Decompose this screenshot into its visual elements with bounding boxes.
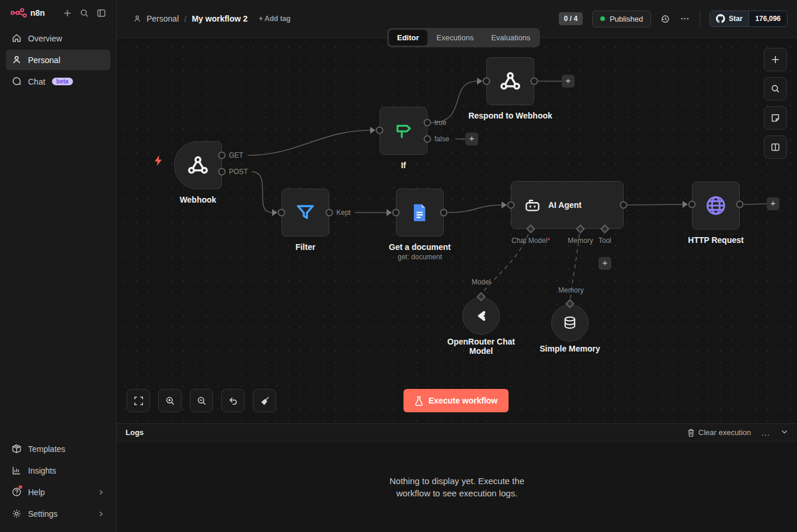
if-output-false-port[interactable] xyxy=(424,135,431,143)
webhook-output-get-label: GET xyxy=(229,151,243,159)
flask-icon xyxy=(415,396,423,406)
webhook-icon xyxy=(499,69,522,93)
node-openrouter-chat-model[interactable] xyxy=(462,297,500,335)
n8n-logo-icon[interactable]: n8n xyxy=(11,8,45,18)
getdoc-output-port[interactable] xyxy=(440,209,448,217)
if-output-true-label: true xyxy=(434,119,447,127)
add-tool-button[interactable]: + xyxy=(598,257,611,270)
http-output-port[interactable] xyxy=(736,201,744,208)
tidy-up-button[interactable] xyxy=(253,389,276,412)
model-link-label: Model xyxy=(472,278,491,286)
connection-webhook-post-filter xyxy=(252,172,272,213)
github-star-widget[interactable]: Star 176,096 xyxy=(709,11,788,27)
execute-workflow-button[interactable]: Execute workflow xyxy=(403,389,509,412)
zoom-to-fit-icon xyxy=(134,396,144,406)
aiagent-output-port[interactable] xyxy=(620,201,628,209)
node-ai-agent[interactable]: AI Agent xyxy=(511,181,624,229)
aiagent-chat-model-label: Chat Model* xyxy=(511,237,550,245)
help-notification-dot xyxy=(19,485,22,489)
add-node-after-respond-button[interactable]: + xyxy=(562,75,575,88)
ai-agent-title: AI Agent xyxy=(548,200,582,210)
if-output-false-label: false xyxy=(434,135,449,143)
workflow-canvas[interactable]: Webhook GET POST If true false + xyxy=(117,38,797,423)
node-label: Filter xyxy=(295,242,315,252)
node-label: Get a document xyxy=(389,242,451,252)
workflow-title[interactable]: My workflow 2 xyxy=(192,14,248,23)
trigger-bolt-icon xyxy=(153,155,163,169)
openrouter-icon xyxy=(473,308,489,324)
http-input-port[interactable] xyxy=(688,201,696,208)
robot-icon xyxy=(524,196,541,214)
header-divider xyxy=(699,10,700,27)
webhook-output-post-port[interactable] xyxy=(218,168,226,176)
webhook-output-post-label: POST xyxy=(229,168,248,176)
breadcrumb-project[interactable]: Personal xyxy=(147,14,179,23)
project-person-icon xyxy=(133,15,141,23)
brand-name: n8n xyxy=(30,8,45,18)
connection-aiagent-http xyxy=(628,204,683,205)
aiagent-input-port[interactable] xyxy=(507,201,515,209)
add-node-after-http-button[interactable]: + xyxy=(767,197,779,210)
plus-icon xyxy=(771,55,780,64)
node-respond-to-webhook[interactable]: Respond to Webhook xyxy=(486,57,534,105)
search-icon xyxy=(771,84,780,93)
undo-button[interactable] xyxy=(221,389,245,412)
aiagent-tool-label: Tool xyxy=(598,237,611,245)
webhook-output-get-port[interactable] xyxy=(218,152,226,159)
sidebar-item-personal[interactable]: Personal xyxy=(6,50,110,70)
collapse-logs-icon[interactable] xyxy=(781,427,788,438)
collapse-sidebar-icon[interactable] xyxy=(97,9,106,18)
tab-evaluations[interactable]: Evaluations xyxy=(483,30,538,46)
node-filter[interactable]: Filter xyxy=(281,189,329,237)
new-workflow-icon[interactable] xyxy=(63,9,72,18)
sidebar-item-chat[interactable]: Chat beta xyxy=(6,71,110,92)
respond-output-port[interactable] xyxy=(531,78,538,85)
getdoc-input-port[interactable] xyxy=(392,209,400,217)
toggle-panel-button[interactable] xyxy=(764,135,787,159)
logs-more-options-icon[interactable]: ... xyxy=(761,428,770,437)
zoom-in-button[interactable] xyxy=(158,389,182,412)
filter-output-kept-label: Kept xyxy=(336,208,351,217)
filter-output-port[interactable] xyxy=(326,209,333,217)
node-get-a-document[interactable]: Get a document get: document xyxy=(396,189,444,237)
sidebar-item-templates[interactable]: Templates xyxy=(6,439,110,459)
add-sticky-note-button[interactable] xyxy=(764,106,787,130)
add-node-button[interactable] xyxy=(764,48,787,71)
if-input-port[interactable] xyxy=(376,127,384,134)
chevron-right-icon xyxy=(98,489,105,496)
node-if[interactable]: If xyxy=(380,107,427,155)
aiagent-memory-label: Memory xyxy=(568,237,593,245)
node-simple-memory[interactable] xyxy=(551,304,589,342)
canvas-search-button[interactable] xyxy=(764,77,787,100)
sidebar-item-overview[interactable]: Overview xyxy=(6,28,110,48)
clear-execution-button[interactable]: Clear execution xyxy=(687,428,751,437)
chevron-right-icon xyxy=(98,510,105,517)
sidebar-item-insights[interactable]: Insights xyxy=(6,460,110,481)
add-tag-button[interactable]: + Add tag xyxy=(259,15,291,23)
home-icon xyxy=(12,33,22,43)
logs-panel-body: Nothing to display yet. Execute the work… xyxy=(117,441,797,532)
add-node-after-if-false-button[interactable]: + xyxy=(465,133,478,145)
published-button[interactable]: Published xyxy=(592,11,651,27)
workflow-history-icon[interactable] xyxy=(660,14,670,24)
undo-icon xyxy=(228,396,238,406)
zoom-out-button[interactable] xyxy=(190,389,213,412)
if-output-true-port[interactable] xyxy=(424,119,431,127)
node-http-request[interactable]: HTTP Request xyxy=(692,182,740,230)
connection-getdoc-aiagent xyxy=(448,205,502,213)
respond-input-port[interactable] xyxy=(483,78,490,85)
search-icon[interactable] xyxy=(80,9,89,18)
zoom-to-fit-button[interactable] xyxy=(127,389,150,412)
more-options-icon[interactable] xyxy=(680,13,690,24)
tab-editor[interactable]: Editor xyxy=(389,30,427,46)
logs-panel-header[interactable]: Logs Clear execution ... xyxy=(117,423,797,441)
sidebar-item-settings[interactable]: Settings xyxy=(6,503,110,524)
filter-input-port[interactable] xyxy=(278,209,286,217)
node-webhook[interactable]: Webhook xyxy=(174,141,222,189)
tab-executions[interactable]: Executions xyxy=(429,30,482,46)
split-panel-icon xyxy=(771,142,780,152)
sidebar: n8n Overview Personal xyxy=(0,0,117,532)
sticky-note-icon xyxy=(771,113,780,123)
sidebar-item-help[interactable]: Help xyxy=(6,482,110,502)
zoom-out-icon xyxy=(197,396,207,406)
